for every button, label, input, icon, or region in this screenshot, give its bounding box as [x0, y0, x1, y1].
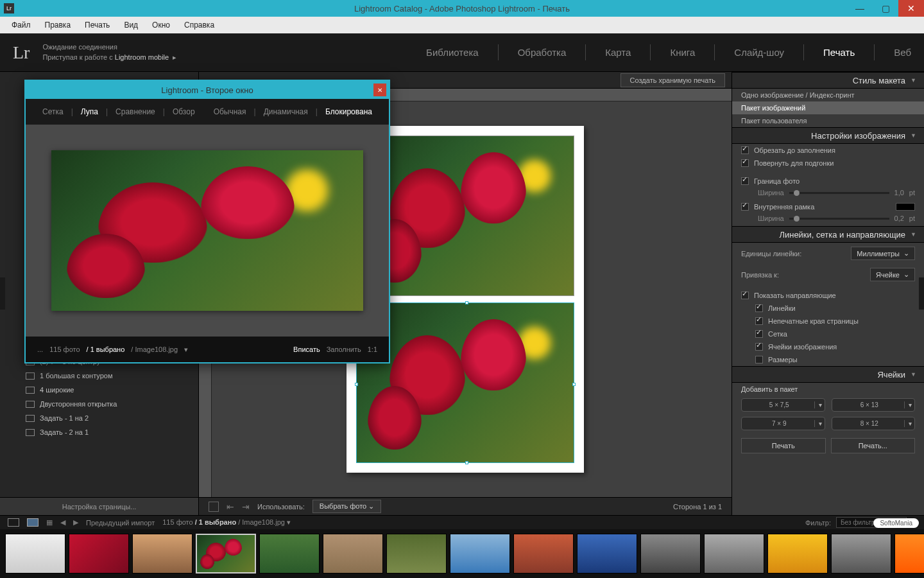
identity-plate[interactable]: Ожидание соединения Приступая к работе с…: [42, 42, 176, 62]
watermark-badge: SoftoMania: [873, 518, 919, 528]
menu-print[interactable]: Печать: [78, 19, 116, 31]
filmstrip-thumb[interactable]: [831, 534, 891, 574]
lightroom-logo: Lr: [13, 42, 30, 63]
grid-icon[interactable]: ▦: [46, 518, 53, 527]
sw-fit-button[interactable]: Вписать: [293, 346, 320, 353]
print-button[interactable]: Печать: [741, 438, 826, 453]
guide-rulers-checkbox[interactable]: [755, 304, 763, 312]
rotate-fit-checkbox[interactable]: [741, 159, 749, 167]
template-item[interactable]: Задать - 2 на 1: [0, 425, 198, 439]
second-window-close-button[interactable]: ✕: [373, 83, 386, 96]
sw-tab-compare[interactable]: Сравнение: [110, 105, 160, 119]
filmstrip-thumb[interactable]: [386, 534, 447, 574]
guide-bleed-checkbox[interactable]: [755, 317, 763, 325]
template-item[interactable]: Двусторонняя открытка: [0, 397, 198, 411]
left-panel-toggle[interactable]: [0, 277, 5, 310]
second-window-tabs: Сетка| Лупа| Сравнение| Обзор Обычная| Д…: [26, 99, 389, 125]
filmstrip-thumb[interactable]: [5, 534, 65, 574]
print-dialog-button[interactable]: Печать...: [831, 438, 916, 453]
main-screen-icon[interactable]: [8, 518, 19, 527]
show-guides-checkbox[interactable]: [741, 292, 749, 299]
template-item[interactable]: 1 большая с контуром: [0, 369, 198, 383]
menu-view[interactable]: Вид: [117, 19, 144, 31]
guide-cells-checkbox[interactable]: [755, 343, 763, 351]
second-window-titlebar[interactable]: Lightroom - Второе окно ✕: [26, 81, 389, 99]
cell-size-button[interactable]: 5 × 7,5▾: [741, 398, 825, 412]
crop-fill-checkbox[interactable]: [741, 146, 749, 154]
cell-size-button[interactable]: 7 × 9▾: [741, 417, 825, 430]
filmstrip-thumb[interactable]: [704, 534, 764, 574]
menu-window[interactable]: Окно: [146, 19, 176, 31]
module-print[interactable]: Печать: [823, 44, 875, 60]
next-icon[interactable]: ▶: [73, 518, 78, 527]
filmstrip-thumb[interactable]: [323, 534, 383, 574]
module-map[interactable]: Карта: [605, 44, 651, 60]
filmstrip[interactable]: [0, 529, 924, 578]
filmstrip-thumb[interactable]: [577, 534, 637, 574]
template-item[interactable]: 4 широкие: [0, 383, 198, 397]
cell-size-button[interactable]: 6 × 13▾: [832, 398, 916, 412]
rulers-header[interactable]: Линейки, сетка и направляющие▼: [732, 226, 924, 243]
page-setup-button[interactable]: Настройка страницы...: [0, 497, 198, 515]
module-web[interactable]: Веб: [894, 44, 911, 60]
show-checkbox[interactable]: [209, 502, 219, 512]
module-library[interactable]: Библиотека: [426, 44, 499, 60]
guide-dims-checkbox[interactable]: [755, 356, 763, 363]
filmstrip-thumb[interactable]: [513, 534, 574, 574]
layout-single[interactable]: Одно изображение / Индекс-принт: [732, 89, 924, 101]
module-slideshow[interactable]: Слайд-шоу: [734, 44, 804, 60]
module-book[interactable]: Книга: [670, 44, 715, 60]
image-settings-header[interactable]: Настройки изображения▼: [732, 127, 924, 144]
filmstrip-thumb-selected[interactable]: [196, 534, 256, 574]
second-window-canvas[interactable]: [26, 125, 389, 337]
prev-icon[interactable]: ◀: [60, 518, 65, 527]
module-develop[interactable]: Обработка: [518, 44, 586, 60]
second-screen-icon[interactable]: [27, 518, 38, 527]
source-label[interactable]: Предыдущий импорт: [86, 519, 155, 527]
template-item[interactable]: Задать - 1 на 2: [0, 411, 198, 425]
sw-tab-loupe[interactable]: Лупа: [76, 105, 103, 119]
print-bottombar: ⇤ ⇥ Использовать: Выбрать фото ⌄ Сторона…: [199, 497, 732, 515]
cell-size-button[interactable]: 8 × 12▾: [832, 417, 916, 430]
filmstrip-thumb[interactable]: [259, 534, 320, 574]
photo-border-checkbox[interactable]: [741, 177, 749, 185]
layout-style-header[interactable]: Стиль макета▼: [732, 72, 924, 89]
stroke-width-slider[interactable]: [789, 218, 889, 220]
filmstrip-thumb[interactable]: [894, 534, 924, 574]
right-panel-toggle[interactable]: [919, 277, 924, 310]
sw-mode-live[interactable]: Динамичная: [259, 105, 313, 119]
cells-header[interactable]: Ячейки▼: [732, 366, 924, 383]
filmstrip-thumb[interactable]: [132, 534, 193, 574]
prev-page-icon[interactable]: ⇤: [227, 502, 234, 512]
maximize-button[interactable]: ▢: [873, 0, 898, 17]
ruler-units-dropdown[interactable]: Миллиметры⌄: [851, 247, 915, 260]
filmstrip-thumb[interactable]: [450, 534, 510, 574]
filmstrip-thumb[interactable]: [69, 534, 129, 574]
window-controls: — ▢ ✕: [847, 0, 924, 17]
layout-package[interactable]: Пакет изображений: [732, 101, 924, 114]
second-window[interactable]: Lightroom - Второе окно ✕ Сетка| Лупа| С…: [24, 80, 390, 363]
menu-edit[interactable]: Правка: [38, 19, 78, 31]
guide-grid-checkbox[interactable]: [755, 330, 763, 338]
sw-ratio-button[interactable]: 1:1: [368, 346, 377, 353]
next-page-icon[interactable]: ⇥: [242, 502, 250, 512]
create-saved-print-button[interactable]: Создать хранимую печать: [620, 73, 725, 87]
snap-to-dropdown[interactable]: Ячейке⌄: [870, 268, 915, 281]
filmstrip-thumb[interactable]: [767, 534, 828, 574]
menu-help[interactable]: Справка: [178, 19, 221, 31]
module-picker: Библиотека Обработка Карта Книга Слайд-ш…: [426, 44, 911, 60]
minimize-button[interactable]: —: [847, 0, 873, 17]
sw-tab-grid[interactable]: Сетка: [37, 105, 69, 119]
use-dropdown[interactable]: Выбрать фото ⌄: [312, 500, 381, 513]
sw-fill-button[interactable]: Заполнить: [327, 346, 361, 353]
sw-tab-survey[interactable]: Обзор: [167, 105, 200, 119]
stroke-color-swatch[interactable]: [896, 203, 915, 211]
filmstrip-thumb[interactable]: [640, 534, 701, 574]
sw-mode-locked[interactable]: Блокирована: [320, 105, 377, 119]
layout-custom[interactable]: Пакет пользователя: [732, 114, 924, 127]
menu-file[interactable]: Файл: [5, 19, 37, 31]
sw-mode-normal[interactable]: Обычная: [209, 105, 252, 119]
close-button[interactable]: ✕: [898, 0, 924, 17]
border-width-slider[interactable]: [789, 192, 889, 194]
inner-stroke-checkbox[interactable]: [741, 203, 749, 211]
